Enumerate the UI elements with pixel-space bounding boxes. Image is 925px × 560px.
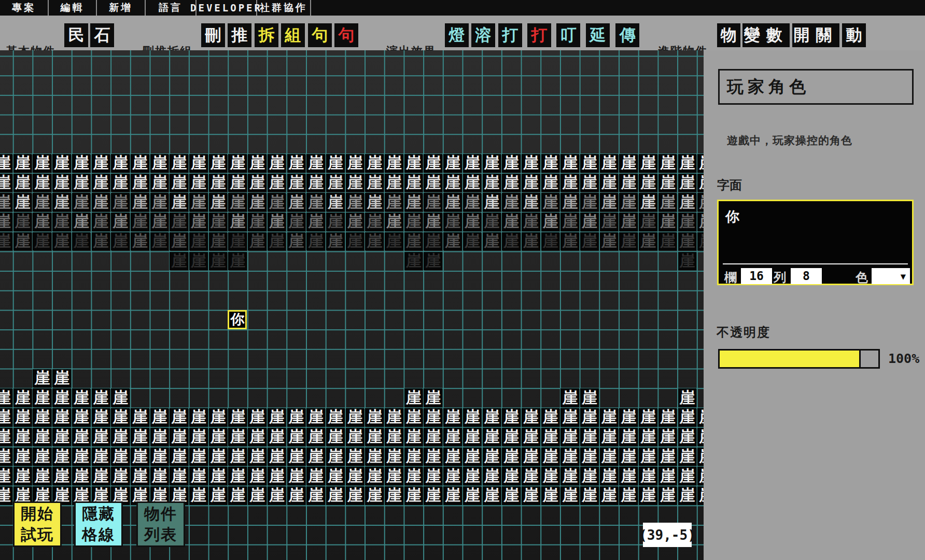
map-tile[interactable]: 崖 <box>306 193 325 212</box>
map-tile[interactable]: 崖 <box>33 388 51 407</box>
map-tile[interactable]: 崖 <box>502 447 521 466</box>
map-tile[interactable]: 崖 <box>326 232 345 251</box>
map-tile[interactable]: 崖 <box>560 408 579 427</box>
map-tile[interactable]: 崖 <box>209 486 228 505</box>
map-tile[interactable]: 崖 <box>365 193 384 212</box>
map-tile[interactable]: 崖 <box>385 447 403 466</box>
map-tile[interactable]: 崖 <box>483 447 501 466</box>
map-tile[interactable]: 崖 <box>404 467 423 485</box>
cols-input[interactable]: 16 <box>741 268 772 284</box>
map-tile[interactable]: 崖 <box>72 388 91 407</box>
map-tile[interactable]: 崖 <box>52 193 71 212</box>
map-tile[interactable]: 崖 <box>326 154 345 173</box>
map-tile[interactable]: 崖 <box>287 154 306 173</box>
map-tile[interactable]: 崖 <box>0 408 12 427</box>
map-tile[interactable]: 崖 <box>306 467 325 485</box>
map-tile[interactable]: 崖 <box>463 408 482 427</box>
map-tile[interactable]: 崖 <box>0 213 12 231</box>
toolbar-button[interactable]: 拆 <box>255 23 278 47</box>
map-tile[interactable]: 崖 <box>424 193 442 212</box>
map-tile[interactable]: 崖 <box>619 193 638 212</box>
map-tile[interactable]: 崖 <box>619 154 638 173</box>
map-tile[interactable]: 崖 <box>678 154 697 173</box>
map-tile[interactable]: 崖 <box>483 486 501 505</box>
map-tile[interactable]: 崖 <box>600 213 619 231</box>
map-tile[interactable]: 崖 <box>189 213 208 231</box>
map-tile[interactable]: 崖 <box>52 369 71 388</box>
toolbar-button[interactable]: 開關 <box>792 23 839 47</box>
map-tile[interactable]: 崖 <box>268 174 286 192</box>
map-tile[interactable]: 崖 <box>600 428 619 446</box>
map-tile[interactable]: 崖 <box>189 447 208 466</box>
map-tile[interactable]: 崖 <box>0 428 12 446</box>
toolbar-button[interactable]: 叮 <box>556 23 580 47</box>
map-tile[interactable]: 崖 <box>170 174 188 192</box>
map-tile[interactable]: 崖 <box>13 213 32 231</box>
map-tile[interactable]: 崖 <box>522 213 540 231</box>
map-tile[interactable]: 崖 <box>678 213 697 231</box>
map-tile[interactable]: 崖 <box>111 388 130 407</box>
map-tile[interactable]: 崖 <box>580 232 599 251</box>
map-tile[interactable]: 崖 <box>580 174 599 192</box>
map-tile[interactable]: 崖 <box>306 174 325 192</box>
map-tile[interactable]: 崖 <box>33 154 51 173</box>
map-tile[interactable]: 崖 <box>639 428 657 446</box>
toolbar-button[interactable]: 推 <box>228 23 251 47</box>
map-tile[interactable]: 崖 <box>443 174 462 192</box>
map-tile[interactable]: 崖 <box>72 213 91 231</box>
map-tile[interactable]: 崖 <box>13 428 32 446</box>
map-tile[interactable]: 崖 <box>326 467 345 485</box>
map-tile[interactable]: 崖 <box>639 232 657 251</box>
map-tile[interactable]: 崖 <box>424 213 442 231</box>
map-tile[interactable]: 崖 <box>228 252 247 271</box>
map-tile[interactable]: 崖 <box>228 486 247 505</box>
map-tile[interactable]: 崖 <box>326 408 345 427</box>
map-tile[interactable]: 崖 <box>424 486 442 505</box>
map-tile[interactable]: 崖 <box>619 232 638 251</box>
map-tile[interactable]: 崖 <box>658 174 677 192</box>
map-tile[interactable]: 崖 <box>658 428 677 446</box>
map-tile[interactable]: 崖 <box>541 193 560 212</box>
map-tile[interactable]: 崖 <box>111 467 130 485</box>
map-tile[interactable]: 崖 <box>33 467 51 485</box>
map-tile[interactable]: 崖 <box>287 213 306 231</box>
map-tile[interactable]: 崖 <box>131 213 149 231</box>
map-tile[interactable]: 崖 <box>560 428 579 446</box>
map-tile[interactable]: 崖 <box>678 486 697 505</box>
map-tile[interactable]: 崖 <box>560 232 579 251</box>
map-tile[interactable]: 崖 <box>443 467 462 485</box>
map-tile[interactable]: 崖 <box>619 486 638 505</box>
map-tile[interactable]: 崖 <box>365 174 384 192</box>
map-tile[interactable]: 崖 <box>600 154 619 173</box>
map-tile[interactable]: 崖 <box>658 232 677 251</box>
map-tile[interactable]: 崖 <box>92 428 110 446</box>
glyph-editor-box[interactable]: 你 欄 16 列 8 色 ▼ <box>717 200 914 285</box>
map-tile[interactable]: 崖 <box>404 154 423 173</box>
map-tile[interactable]: 崖 <box>52 428 71 446</box>
map-tile[interactable]: 崖 <box>522 447 540 466</box>
map-tile[interactable]: 崖 <box>92 408 110 427</box>
map-tile[interactable]: 崖 <box>326 213 345 231</box>
map-tile[interactable]: 崖 <box>306 428 325 446</box>
map-tile[interactable]: 崖 <box>560 486 579 505</box>
map-tile[interactable]: 崖 <box>502 154 521 173</box>
map-tile[interactable]: 崖 <box>170 252 188 271</box>
map-tile[interactable]: 崖 <box>443 408 462 427</box>
map-tile[interactable]: 崖 <box>111 408 130 427</box>
map-tile[interactable]: 崖 <box>678 428 697 446</box>
map-tile[interactable]: 崖 <box>678 232 697 251</box>
map-tile[interactable]: 崖 <box>0 388 12 407</box>
map-tile[interactable]: 崖 <box>248 408 267 427</box>
map-tile[interactable]: 崖 <box>697 174 704 192</box>
toolbar-button[interactable]: 打 <box>498 23 522 47</box>
map-tile[interactable]: 崖 <box>522 428 540 446</box>
map-tile[interactable]: 崖 <box>443 213 462 231</box>
map-tile[interactable]: 崖 <box>483 213 501 231</box>
map-tile[interactable]: 崖 <box>385 193 403 212</box>
map-tile[interactable]: 崖 <box>150 193 169 212</box>
map-tile[interactable]: 崖 <box>52 467 71 485</box>
map-tile[interactable]: 崖 <box>92 174 110 192</box>
map-tile[interactable]: 崖 <box>619 174 638 192</box>
map-tile[interactable]: 崖 <box>483 174 501 192</box>
map-tile[interactable]: 崖 <box>365 467 384 485</box>
